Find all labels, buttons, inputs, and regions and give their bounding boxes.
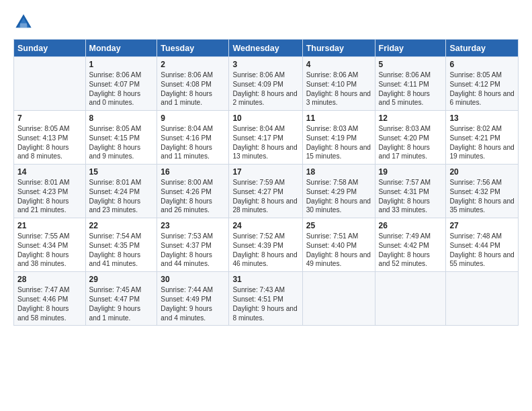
day-info: Sunrise: 7:56 AMSunset: 4:32 PMDaylight:…: [449, 178, 515, 215]
calendar-cell: 15Sunrise: 8:01 AMSunset: 4:24 PMDayligh…: [85, 165, 157, 218]
day-number: 13: [449, 113, 515, 123]
day-number: 5: [379, 60, 443, 69]
day-info: Sunrise: 7:59 AMSunset: 4:27 PMDaylight:…: [232, 178, 298, 215]
calendar-cell: 24Sunrise: 7:52 AMSunset: 4:39 PMDayligh…: [229, 218, 302, 272]
calendar-cell: [302, 272, 375, 326]
calendar-cell: 22Sunrise: 7:54 AMSunset: 4:35 PMDayligh…: [85, 218, 157, 272]
day-info: Sunrise: 7:51 AMSunset: 4:40 PMDaylight:…: [306, 232, 371, 269]
day-number: 30: [161, 275, 225, 284]
calendar-cell: 12Sunrise: 8:03 AMSunset: 4:20 PMDayligh…: [375, 111, 446, 165]
column-header-thursday: Thursday: [302, 40, 375, 57]
calendar-cell: [446, 272, 519, 326]
day-number: 14: [17, 167, 82, 177]
day-number: 22: [89, 221, 154, 230]
day-info: Sunrise: 8:03 AMSunset: 4:20 PMDaylight:…: [379, 124, 443, 161]
column-header-wednesday: Wednesday: [229, 40, 302, 57]
calendar-cell: 18Sunrise: 7:58 AMSunset: 4:29 PMDayligh…: [302, 165, 375, 218]
calendar-cell: 21Sunrise: 7:55 AMSunset: 4:34 PMDayligh…: [14, 218, 86, 272]
day-number: 29: [89, 275, 154, 284]
day-info: Sunrise: 8:06 AMSunset: 4:07 PMDaylight:…: [89, 71, 154, 107]
day-info: Sunrise: 7:54 AMSunset: 4:35 PMDaylight:…: [89, 232, 154, 269]
day-number: 16: [161, 167, 225, 177]
day-info: Sunrise: 7:48 AMSunset: 4:44 PMDaylight:…: [449, 232, 515, 269]
day-info: Sunrise: 7:55 AMSunset: 4:34 PMDaylight:…: [17, 232, 82, 269]
day-number: 26: [379, 221, 443, 230]
calendar-cell: 28Sunrise: 7:47 AMSunset: 4:46 PMDayligh…: [14, 272, 86, 326]
day-number: 27: [449, 221, 515, 230]
day-info: Sunrise: 7:44 AMSunset: 4:49 PMDaylight:…: [161, 285, 225, 322]
day-number: 20: [449, 167, 515, 177]
day-number: 18: [306, 167, 371, 177]
day-info: Sunrise: 7:45 AMSunset: 4:47 PMDaylight:…: [89, 285, 154, 322]
calendar-cell: [375, 272, 446, 326]
calendar-week-row: 7Sunrise: 8:05 AMSunset: 4:13 PMDaylight…: [14, 111, 519, 165]
calendar-week-row: 14Sunrise: 8:01 AMSunset: 4:23 PMDayligh…: [14, 165, 519, 218]
day-info: Sunrise: 7:47 AMSunset: 4:46 PMDaylight:…: [17, 285, 82, 322]
calendar-cell: 7Sunrise: 8:05 AMSunset: 4:13 PMDaylight…: [14, 111, 86, 165]
calendar-cell: 26Sunrise: 7:49 AMSunset: 4:42 PMDayligh…: [375, 218, 446, 272]
day-number: 2: [161, 60, 225, 69]
day-info: Sunrise: 8:05 AMSunset: 4:15 PMDaylight:…: [89, 124, 154, 161]
calendar-week-row: 28Sunrise: 7:47 AMSunset: 4:46 PMDayligh…: [14, 272, 519, 326]
calendar-header-row: SundayMondayTuesdayWednesdayThursdayFrid…: [14, 40, 519, 57]
logo: [13, 12, 38, 32]
day-number: 28: [17, 275, 82, 284]
calendar-cell: 1Sunrise: 8:06 AMSunset: 4:07 PMDaylight…: [85, 57, 157, 111]
day-info: Sunrise: 8:01 AMSunset: 4:24 PMDaylight:…: [89, 178, 154, 215]
calendar-cell: 25Sunrise: 7:51 AMSunset: 4:40 PMDayligh…: [302, 218, 375, 272]
day-info: Sunrise: 8:04 AMSunset: 4:17 PMDaylight:…: [232, 124, 298, 161]
calendar-cell: 6Sunrise: 8:05 AMSunset: 4:12 PMDaylight…: [446, 57, 519, 111]
day-info: Sunrise: 8:06 AMSunset: 4:10 PMDaylight:…: [306, 71, 371, 107]
day-number: 21: [17, 221, 82, 230]
calendar-cell: 30Sunrise: 7:44 AMSunset: 4:49 PMDayligh…: [157, 272, 229, 326]
calendar-cell: 27Sunrise: 7:48 AMSunset: 4:44 PMDayligh…: [446, 218, 519, 272]
day-number: 12: [379, 113, 443, 123]
day-number: 25: [306, 221, 371, 230]
day-number: 1: [89, 60, 154, 69]
column-header-saturday: Saturday: [446, 40, 519, 57]
day-info: Sunrise: 7:52 AMSunset: 4:39 PMDaylight:…: [232, 232, 298, 269]
day-info: Sunrise: 8:02 AMSunset: 4:21 PMDaylight:…: [449, 124, 515, 161]
column-header-sunday: Sunday: [14, 40, 86, 57]
day-number: 15: [89, 167, 154, 177]
day-number: 19: [379, 167, 443, 177]
day-number: 4: [306, 60, 371, 69]
day-info: Sunrise: 7:58 AMSunset: 4:29 PMDaylight:…: [306, 178, 371, 215]
calendar-cell: 29Sunrise: 7:45 AMSunset: 4:47 PMDayligh…: [85, 272, 157, 326]
calendar-cell: 31Sunrise: 7:43 AMSunset: 4:51 PMDayligh…: [229, 272, 302, 326]
day-number: 10: [232, 113, 298, 123]
calendar-cell: 2Sunrise: 8:06 AMSunset: 4:08 PMDaylight…: [157, 57, 229, 111]
page: SundayMondayTuesdayWednesdayThursdayFrid…: [0, 0, 532, 411]
calendar-cell: 16Sunrise: 8:00 AMSunset: 4:26 PMDayligh…: [157, 165, 229, 218]
day-info: Sunrise: 8:03 AMSunset: 4:19 PMDaylight:…: [306, 124, 371, 161]
day-info: Sunrise: 7:57 AMSunset: 4:31 PMDaylight:…: [379, 178, 443, 215]
day-number: 23: [161, 221, 225, 230]
day-number: 17: [232, 167, 298, 177]
day-info: Sunrise: 7:49 AMSunset: 4:42 PMDaylight:…: [379, 232, 443, 269]
day-info: Sunrise: 8:06 AMSunset: 4:08 PMDaylight:…: [161, 71, 225, 107]
day-info: Sunrise: 7:43 AMSunset: 4:51 PMDaylight:…: [232, 285, 298, 322]
calendar-cell: 11Sunrise: 8:03 AMSunset: 4:19 PMDayligh…: [302, 111, 375, 165]
calendar-cell: 4Sunrise: 8:06 AMSunset: 4:10 PMDaylight…: [302, 57, 375, 111]
calendar-cell: [14, 57, 86, 111]
day-number: 24: [232, 221, 298, 230]
day-number: 3: [232, 60, 298, 69]
calendar-cell: 3Sunrise: 8:06 AMSunset: 4:09 PMDaylight…: [229, 57, 302, 111]
day-number: 6: [449, 60, 515, 69]
day-number: 8: [89, 113, 154, 123]
day-info: Sunrise: 8:00 AMSunset: 4:26 PMDaylight:…: [161, 178, 225, 215]
calendar-week-row: 1Sunrise: 8:06 AMSunset: 4:07 PMDaylight…: [14, 57, 519, 111]
calendar-cell: 8Sunrise: 8:05 AMSunset: 4:15 PMDaylight…: [85, 111, 157, 165]
calendar-cell: 10Sunrise: 8:04 AMSunset: 4:17 PMDayligh…: [229, 111, 302, 165]
day-info: Sunrise: 7:53 AMSunset: 4:37 PMDaylight:…: [161, 232, 225, 269]
day-info: Sunrise: 8:04 AMSunset: 4:16 PMDaylight:…: [161, 124, 225, 161]
day-info: Sunrise: 8:05 AMSunset: 4:12 PMDaylight:…: [449, 71, 515, 107]
calendar-cell: 17Sunrise: 7:59 AMSunset: 4:27 PMDayligh…: [229, 165, 302, 218]
day-number: 9: [161, 113, 225, 123]
day-info: Sunrise: 8:05 AMSunset: 4:13 PMDaylight:…: [17, 124, 82, 161]
day-info: Sunrise: 8:06 AMSunset: 4:11 PMDaylight:…: [379, 71, 443, 107]
calendar-week-row: 21Sunrise: 7:55 AMSunset: 4:34 PMDayligh…: [14, 218, 519, 272]
day-number: 7: [17, 113, 82, 123]
column-header-monday: Monday: [85, 40, 157, 57]
column-header-tuesday: Tuesday: [157, 40, 229, 57]
